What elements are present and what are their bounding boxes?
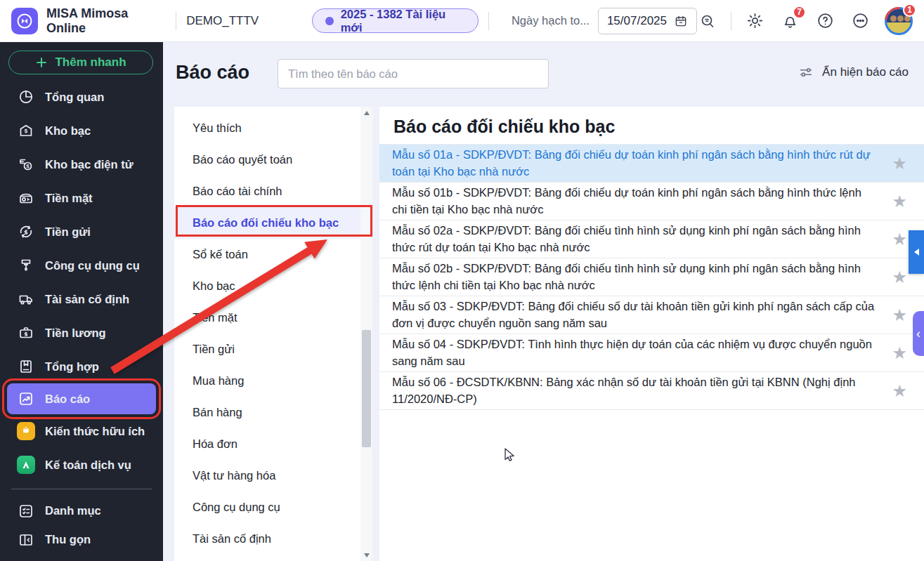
report-name: Mẫu số 03 - SDKP/ĐVDT: Bảng đối chiếu số… [392,298,875,331]
quick-add-button[interactable]: Thêm nhanh [8,51,153,74]
scroll-up-icon[interactable] [360,107,372,119]
right-drawer-tab[interactable]: ‹ [913,311,924,356]
sidebar-item-tien-gui[interactable]: Tiền gửi [0,215,163,249]
arrow-left-icon [914,249,919,256]
report-row[interactable]: Mẫu số 01a - SDKP/ĐVDT: Bảng đối chiếu d… [379,145,924,183]
category-ban-hang[interactable]: Bán hàng [174,397,372,428]
favorite-star-icon[interactable]: ★ [892,305,907,325]
category-tai-san-co-dinh[interactable]: Tài sản cố định [174,523,372,555]
favorite-star-icon[interactable]: ★ [892,230,907,249]
chevron-left-icon: ‹ [916,326,920,341]
categories-scrollbar[interactable] [360,107,372,561]
gear-icon[interactable] [744,11,765,32]
report-icon [17,390,35,408]
favorite-star-icon[interactable]: ★ [892,192,907,211]
salary-icon [17,324,35,342]
sidebar-item-label: Tổng hợp [45,360,99,374]
report-name: Mẫu số 01b - SDKP/ĐVDT: Bảng đối chiếu d… [392,185,875,218]
report-row[interactable]: Mẫu số 06 - ĐCSDTK/KBNN: Bảng xác nhận s… [379,372,924,410]
more-icon[interactable] [850,11,871,32]
sidebar-divider [11,489,152,489]
category-bao-cao-tai-chinh[interactable]: Báo cáo tài chính [174,176,372,207]
sidebar-item-kho-bac-dien-tu[interactable]: Kho bạc điện tử [0,147,163,181]
app-header: MISA Mimosa Online DEMO_TTTV 2025 - 1382… [0,0,924,42]
category-vat-tu-hang-hoa[interactable]: Vật tư hàng hóa [174,460,372,491]
sidebar-item-ke-toan-dich-vu[interactable]: Kế toán dịch vụ [0,448,163,482]
category-hoa-don[interactable]: Hóa đơn [174,428,372,460]
sidebar-item-label: Kế toán dịch vụ [45,458,131,472]
header-divider [488,12,489,30]
sidebar-item-bao-cao[interactable]: Báo cáo [7,383,156,414]
collapse-label: Thu gọn [45,533,91,546]
category-so-ke-toan[interactable]: Sổ kế toán [174,239,372,270]
category-tien-mat[interactable]: Tiền mặt [174,302,372,334]
sidebar-item-label: Danh mục [45,504,101,517]
notification-badge: 7 [793,6,806,19]
workspace-name: DEMO_TTTV [186,14,259,28]
sidebar-item-tai-san-co-dinh[interactable]: Tài sản cố định [0,282,163,316]
sidebar-item-cong-cu-dung-cu[interactable]: Công cụ dụng cụ [0,249,163,282]
report-name: Mẫu số 01a - SDKP/ĐVDT: Bảng đối chiếu d… [392,147,875,180]
report-list-panel: Báo cáo đối chiếu kho bạc Mẫu số 01a - S… [379,107,924,561]
pill-label: 2025 - 1382 Tài liệu mới [341,8,465,34]
sidebar-item-tien-mat[interactable]: Tiền mặt [0,181,163,215]
deposit-icon [17,223,35,241]
main-area: Báo cáo Ẩn hiện báo cáo Yêu thích Báo cá… [163,42,924,561]
favorite-star-icon[interactable]: ★ [892,381,907,401]
toggle-reports-button[interactable]: Ẩn hiện báo cáo [798,65,909,80]
sidebar-item-kien-thuc-huu-ich[interactable]: Kiến thức hữu ích [0,414,163,448]
sidebar-item-label: Tổng quan [45,91,104,104]
collapse-sidebar-button[interactable]: Thu gọn [0,525,163,554]
report-row[interactable]: Mẫu số 02a - SDKP/ĐVDT: Bảng đối chiếu t… [379,220,924,258]
report-row[interactable]: Mẫu số 04 - SDKP/ĐVDT: Tình hình thực hi… [379,334,924,372]
avatar-badge: 1 [903,4,916,17]
favorite-star-icon[interactable]: ★ [892,343,907,363]
sidebar-item-label: Kiến thức hữu ích [45,425,145,438]
report-group-title: Báo cáo đối chiếu kho bạc [379,107,924,144]
pill-dot-icon [325,17,334,25]
sidebar-item-label: Tiền lương [45,326,106,340]
right-flyout-tab[interactable] [909,230,924,274]
header-divider [731,12,731,30]
category-cong-cu-dung-cu[interactable]: Công cụ dụng cụ [174,491,372,523]
report-search-input[interactable] [278,59,549,88]
calendar-icon[interactable] [674,14,688,28]
sidebar-item-tong-quan[interactable]: Tổng quan [0,80,163,114]
avatar[interactable]: 1 [885,7,913,35]
category-yeu-thich[interactable]: Yêu thích [174,112,372,144]
scroll-down-icon[interactable] [360,549,372,561]
sidebar-item-tien-luong[interactable]: Tiền lương [0,316,163,350]
category-bao-cao-quyet-toan[interactable]: Báo cáo quyết toán [174,144,372,176]
report-row[interactable]: Mẫu số 03 - SDKP/ĐVDT: Bảng đối chiếu số… [379,296,924,334]
report-categories-panel: Yêu thích Báo cáo quyết toán Báo cáo tài… [174,107,372,561]
quick-add-label: Thêm nhanh [55,55,126,70]
posting-date-value: 15/07/2025 [607,14,667,28]
report-row[interactable]: Mẫu số 02b - SDKP/ĐVDT: Bảng đối chiếu t… [379,258,924,296]
report-row[interactable]: Mẫu số 01b - SDKP/ĐVDT: Bảng đối chiếu d… [379,183,924,220]
scrollbar-thumb[interactable] [362,330,371,447]
toggle-reports-label: Ẩn hiện báo cáo [822,65,909,79]
favorite-star-icon[interactable]: ★ [892,268,907,287]
sidebar-item-kho-bac[interactable]: Kho bạc [0,114,163,147]
sidebar-item-tong-hop[interactable]: Tổng hợp [0,350,163,383]
knowledge-icon [17,422,35,440]
favorite-star-icon[interactable]: ★ [892,154,907,173]
new-documents-pill[interactable]: 2025 - 1382 Tài liệu mới [312,8,479,33]
category-mua-hang[interactable]: Mua hàng [174,365,372,397]
report-name: Mẫu số 02b - SDKP/ĐVDT: Bảng đối chiếu t… [392,260,875,293]
category-tien-gui[interactable]: Tiền gửi [174,334,372,365]
search-icon[interactable] [697,11,718,32]
category-bao-cao-doi-chieu-kho-bac[interactable]: Báo cáo đối chiếu kho bạc [174,207,372,239]
report-name: Mẫu số 04 - SDKP/ĐVDT: Tình hình thực hi… [392,336,875,369]
truck-icon [17,290,35,308]
category-kho-bac[interactable]: Kho bạc [174,270,372,302]
overview-icon [17,88,35,106]
report-name: Mẫu số 06 - ĐCSDTK/KBNN: Bảng xác nhận s… [392,374,875,407]
help-icon[interactable] [814,11,835,32]
page-title: Báo cáo [176,62,249,84]
bell-icon[interactable]: 7 [779,11,800,32]
misa-logo-icon[interactable] [11,8,38,34]
sidebar-item-label: Kho bạc [45,124,91,138]
posting-date-field[interactable]: 15/07/2025 [598,8,697,34]
sidebar-item-danh-muc[interactable]: Danh mục [0,496,163,525]
